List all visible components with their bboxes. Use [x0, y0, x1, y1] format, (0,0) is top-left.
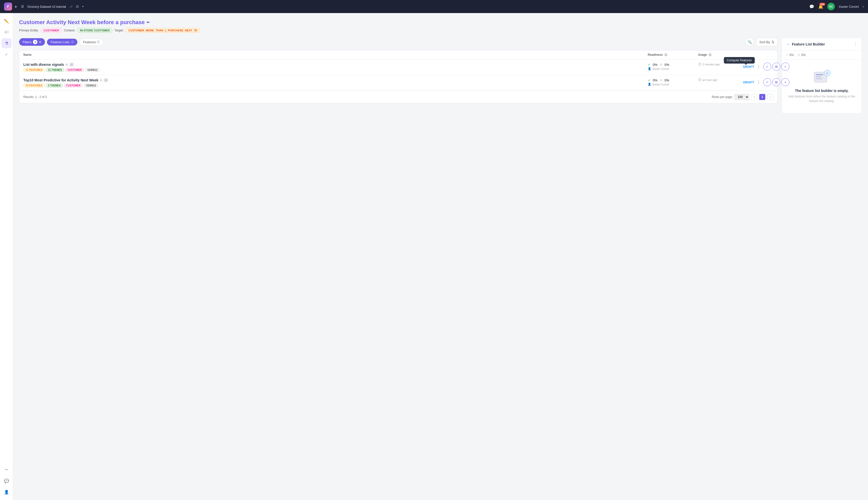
svg-rect-3 — [816, 78, 822, 79]
col-name: Name — [23, 53, 648, 57]
sort-button[interactable]: Sort By ⇅ — [756, 38, 778, 46]
page-title-row: Customer Activity Next Week before a pur… — [19, 19, 862, 26]
row-2-name-col: Top10 Most Predictive for Activity Next … — [23, 78, 648, 88]
nav-more-btn[interactable]: ▾ — [82, 5, 84, 8]
right-panel-menu-btn[interactable]: ⋮ — [853, 42, 858, 47]
row-2-more-btn[interactable]: ⋮ — [756, 80, 762, 85]
tag-customer-1: CUSTOMER — [65, 68, 84, 72]
stat-2-icon: ✕ — [798, 53, 800, 57]
copy-icon-2[interactable]: ⧉ — [100, 78, 102, 82]
copy-icon[interactable]: ⧉ — [66, 63, 68, 66]
user-icon: 👤 — [648, 67, 651, 70]
row-2-row-actions: ✓ ⊞ + — [763, 78, 789, 86]
table-header: Name Readiness ⓘ Usage ⓘ — [19, 50, 777, 59]
tag-version-1: V240612 — [85, 68, 100, 72]
sidebar-item-users[interactable]: 👤 — [1, 487, 12, 497]
clock-icon: 🕐 — [698, 62, 702, 66]
empty-state: + The feature list builder is empty. Add… — [782, 59, 862, 113]
col-actions — [743, 53, 773, 57]
right-panel: → Feature List Builder ⋮ ✓ 0% ✕ 0% — [782, 38, 862, 114]
monitor-icon: 🖥 — [20, 4, 24, 9]
row-1-table-btn[interactable]: ⊞ — [772, 62, 780, 71]
user-icon-2: 👤 — [648, 83, 651, 86]
top-nav: F ▶ 🖥 Grocery Dataset UI tutorial ⎇ ⚙ ▾ … — [0, 0, 868, 13]
current-page[interactable]: 1 — [759, 94, 765, 100]
row-1-add-btn[interactable]: + — [782, 62, 789, 71]
sort-icon: ⇅ — [772, 40, 774, 44]
share-icon[interactable]: ⎇ — [69, 5, 72, 8]
stat-2-value: 0% — [801, 53, 806, 57]
primary-entity-label: Primary Entity: — [19, 29, 39, 32]
rows-per-page-select[interactable]: 100 50 25 — [734, 94, 749, 100]
feature-lists-tab[interactable]: Feature Lists ⓘ — [47, 39, 77, 45]
table-row: List with diverse signals ⧉ ⊞ 11 FEATURE… — [19, 59, 777, 75]
row-2-usage: 🕐 an hour ago — [698, 78, 743, 81]
row-1-row-actions: ✓ ⊞ + — [763, 62, 789, 71]
left-sidebar: ✏️ 🏷 ⚗ ✓ 〜 💬 👤 — [0, 13, 13, 500]
check-circle-icon: ✓ — [648, 62, 651, 67]
row-1-more-btn[interactable]: ⋮ — [756, 64, 762, 69]
row-2-name[interactable]: Top10 Most Predictive for Activity Next … — [23, 78, 99, 82]
sort-by-label: Sort By — [759, 40, 770, 44]
row-2-compute-btn[interactable]: ✓ — [763, 78, 771, 86]
row-2-actions: DRAFT ⋮ ✓ ⊞ + — [743, 78, 773, 86]
main-panel: Filters 3 ⚙ Feature Lists ⓘ Features ⓘ 🔍… — [19, 38, 778, 114]
main-content: Customer Activity Next Week before a pur… — [13, 13, 868, 500]
x-circle-icon-2: ✕ — [660, 78, 662, 82]
feature-lists-info-icon: ⓘ — [71, 40, 74, 44]
svg-rect-2 — [816, 76, 821, 77]
filters-count: 3 — [33, 40, 37, 44]
context-label: Context: — [64, 29, 76, 32]
empty-title: The feature list builder is empty. — [795, 89, 849, 93]
title-edit-icon[interactable]: ✏ — [147, 20, 150, 24]
app-name: Grocery Dataset UI tutorial — [27, 5, 66, 9]
features-tab[interactable]: Features ⓘ — [79, 38, 103, 46]
settings-icon[interactable]: ⚙ — [76, 4, 79, 9]
filters-label: Filters — [23, 40, 31, 44]
notification-btn[interactable]: 🔔 230 — [818, 4, 823, 9]
page-title: Customer Activity Next Week before a pur… — [19, 19, 145, 26]
stat-1-value: 0% — [789, 53, 794, 57]
sidebar-item-edit[interactable]: ✏️ — [1, 16, 12, 26]
next-page-btn[interactable]: › — [767, 94, 773, 100]
row-1-meta: 👤 Xavier Conort — [648, 67, 698, 70]
row-1-name[interactable]: List with diverse signals — [23, 62, 64, 67]
target-badge: CUSTOMER_MORE_THAN_1_PURCHASE_NEXT_7D — [126, 28, 200, 33]
user-menu-arrow[interactable]: ▾ — [863, 5, 864, 8]
table-icon-2[interactable]: ⊞ — [104, 78, 108, 82]
row-1-compute-btn[interactable]: ✓ — [763, 62, 771, 71]
stat-1: ✓ 0% — [786, 53, 794, 57]
sidebar-item-lab[interactable]: ⚗ — [1, 38, 12, 48]
sidebar-item-chat[interactable]: 💬 — [1, 476, 12, 486]
row-2-tags: 10 FEATURES 2 THEMES CUSTOMER V240612 — [23, 84, 648, 88]
tag-11-themes: 11 THEMES — [46, 68, 64, 72]
nav-collapse-btn[interactable]: ▶ — [15, 5, 17, 8]
tag-11-features: 11 FEATURES — [23, 68, 45, 72]
user-name: Xavier Conort — [839, 5, 859, 9]
prev-page-btn[interactable]: ‹ — [751, 94, 757, 100]
table-icon[interactable]: ⊞ — [69, 62, 74, 67]
sidebar-item-check[interactable]: ✓ — [1, 49, 12, 59]
row-1-readiness: ✓ 0% ✕ 0% 👤 Xavier Conort — [648, 62, 698, 70]
filters-button[interactable]: Filters 3 ⚙ — [19, 38, 45, 46]
user-avatar[interactable]: XC — [827, 3, 835, 10]
table-row: Top10 Most Predictive for Activity Next … — [19, 75, 777, 91]
stat-1-icon: ✓ — [786, 53, 788, 57]
row-1-name-col: List with diverse signals ⧉ ⊞ 11 FEATURE… — [23, 62, 648, 72]
content-layout: Filters 3 ⚙ Feature Lists ⓘ Features ⓘ 🔍… — [19, 38, 862, 114]
right-panel-title: Feature List Builder — [792, 42, 825, 46]
toolbar: Filters 3 ⚙ Feature Lists ⓘ Features ⓘ 🔍… — [19, 38, 778, 46]
sidebar-item-analytics[interactable]: 〜 — [1, 465, 12, 475]
readiness-info-icon: ⓘ — [664, 54, 667, 56]
search-button[interactable]: 🔍 — [745, 38, 754, 46]
app-logo[interactable]: F — [4, 2, 12, 11]
row-2-add-btn[interactable]: + — [782, 78, 789, 86]
filter-icon: ⚙ — [39, 41, 42, 44]
page-header: Customer Activity Next Week before a pur… — [19, 19, 862, 33]
empty-state-illustration: + — [812, 70, 832, 85]
chat-icon-btn[interactable]: 💬 — [809, 4, 814, 9]
row-2-table-btn[interactable]: ⊞ — [772, 78, 780, 86]
row-2-status: DRAFT — [743, 80, 754, 84]
sidebar-item-tags[interactable]: 🏷 — [1, 27, 12, 37]
rows-per-page: Rows per page: 100 50 25 — [712, 94, 749, 100]
